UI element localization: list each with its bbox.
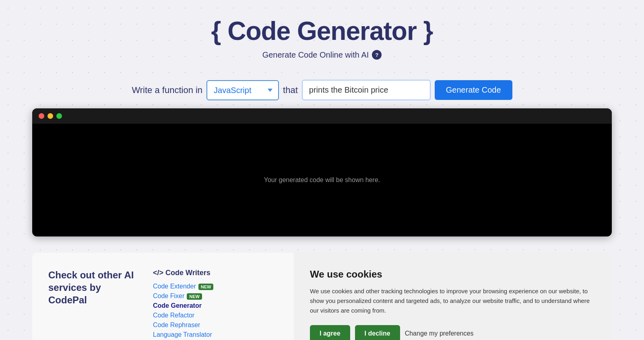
services-list: Code ExtenderNEWCode FixerNEWCode Genera… [153, 283, 278, 338]
list-item: Language Translator [153, 331, 278, 338]
code-placeholder-text: Your generated code will be shown here. [264, 176, 380, 184]
generate-code-button[interactable]: Generate Code [435, 80, 512, 100]
minimize-dot[interactable] [47, 113, 53, 119]
services-left: Check out other AI services by CodePal [48, 269, 137, 340]
cookie-panel: We use cookies We use cookies and other … [294, 253, 612, 340]
list-item: Code Generator [153, 302, 278, 309]
cookie-agree-button[interactable]: I agree [310, 325, 350, 340]
language-select[interactable]: JavaScriptPythonJavaC++TypeScriptGoRustP… [206, 80, 279, 100]
new-badge: NEW [187, 293, 202, 300]
service-link[interactable]: Code Rephraser [153, 321, 200, 328]
cookie-title: We use cookies [310, 269, 596, 280]
service-link[interactable]: Language Translator [153, 331, 212, 338]
list-item: Code Refactor [153, 312, 278, 319]
cookie-decline-button[interactable]: I decline [355, 325, 400, 340]
services-panel: Check out other AI services by CodePal <… [32, 253, 294, 340]
services-heading: Check out other AI services by CodePal [48, 269, 137, 307]
page-title: { Code Generator } [32, 16, 612, 46]
write-label: Write a function in [132, 85, 202, 95]
subtitle-row: Generate Code Online with AI ? [32, 50, 612, 60]
help-icon[interactable]: ? [372, 50, 382, 60]
cookie-buttons: I agree I decline Change my preferences [310, 325, 596, 340]
title-bracket-left: { [211, 17, 221, 46]
close-dot[interactable] [39, 113, 44, 119]
title-text: Code Generator [227, 17, 423, 46]
service-link[interactable]: Code Fixer [153, 292, 184, 299]
services-right: </> Code Writers Code ExtenderNEWCode Fi… [153, 269, 278, 340]
code-output-body: Your generated code will be shown here. [32, 124, 612, 236]
bottom-section: Check out other AI services by CodePal <… [32, 253, 612, 340]
window-titlebar [32, 108, 612, 124]
code-output-window: Your generated code will be shown here. [32, 108, 612, 236]
service-link[interactable]: Code Refactor [153, 312, 194, 319]
list-item: Code ExtenderNEW [153, 283, 278, 290]
new-badge: NEW [198, 284, 214, 290]
services-category: </> Code Writers [153, 269, 278, 277]
that-label: that [283, 85, 298, 95]
code-description-input[interactable] [302, 80, 431, 100]
list-item: Code FixerNEW [153, 292, 278, 300]
cookie-text: We use cookies and other tracking techno… [310, 286, 596, 315]
service-link[interactable]: Code Extender [153, 283, 196, 290]
cookie-preferences-button[interactable]: Change my preferences [405, 330, 474, 337]
title-bracket-right: } [423, 17, 433, 46]
maximize-dot[interactable] [56, 113, 62, 119]
service-link[interactable]: Code Generator [153, 302, 202, 309]
subtitle-text: Generate Code Online with AI [262, 50, 369, 60]
list-item: Code Rephraser [153, 321, 278, 329]
generator-input-row: Write a function in JavaScriptPythonJava… [32, 80, 612, 100]
page-header: { Code Generator } Generate Code Online … [32, 16, 612, 60]
